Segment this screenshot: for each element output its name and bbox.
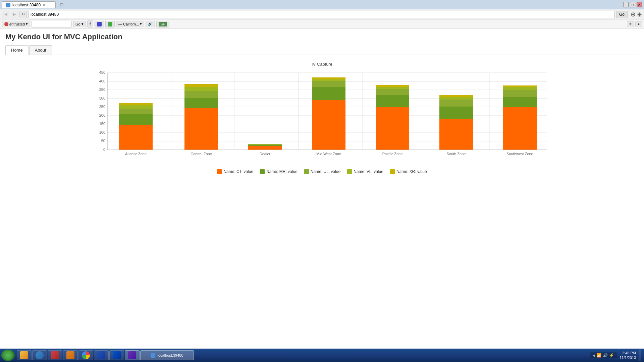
svg-text:400: 400 [99, 79, 105, 83]
bookmark-sp[interactable]: SP [156, 21, 169, 27]
bar-dealer-mr [248, 145, 282, 146]
entrusted-dropdown[interactable]: ▾ [26, 22, 28, 26]
refresh-button[interactable]: ↻ [19, 11, 27, 18]
bar-central-vl [184, 87, 218, 91]
california-dropdown[interactable]: ▾ [140, 22, 142, 26]
go-icon: Go [75, 22, 80, 26]
svg-text:350: 350 [99, 87, 105, 92]
window-controls: ─ □ ✕ [623, 2, 642, 7]
svg-text:0: 0 [103, 147, 105, 152]
tab-home[interactable]: Home [5, 45, 29, 55]
minimize-button[interactable]: ─ [623, 2, 629, 7]
bar-southwest-xr [503, 85, 537, 87]
bar-midwest-vl [312, 79, 345, 81]
bookmark-go[interactable]: Go ▾ [73, 21, 86, 27]
bookmark-audio[interactable]: 🔊 [146, 21, 155, 27]
bar-south-ct [439, 119, 473, 150]
tab-title: localhost:39480 [12, 3, 41, 7]
legend-label-vl: Name: VL: value [354, 169, 383, 174]
bar-dealer-ct [248, 146, 282, 150]
svg-text:Dealer: Dealer [260, 152, 271, 156]
bookmark-other1[interactable] [95, 21, 104, 27]
bar-midwest-ct [312, 100, 345, 150]
bar-midwest-ul [312, 81, 345, 87]
bar-pacific-ct [376, 107, 409, 150]
california-label: — Californ... [118, 22, 139, 26]
svg-text:Southwest Zone: Southwest Zone [506, 152, 533, 156]
legend-xr: Name: XR: value [390, 169, 427, 174]
bookmark-other2[interactable] [105, 21, 115, 27]
entrusted-icon [4, 22, 8, 26]
bar-south-mr [439, 107, 473, 119]
page-title: My Kendo UI for MVC Application [5, 33, 639, 41]
close-button[interactable]: ✕ [637, 2, 642, 7]
title-bar: localhost:39480 ✕ □ ─ □ ✕ [0, 0, 644, 9]
legend-swatch-vl [347, 169, 352, 174]
new-tab-button[interactable]: □ [58, 1, 65, 8]
bookmark-search[interactable] [32, 21, 72, 27]
legend-swatch-mr [260, 169, 265, 174]
nav-extra-icon2: ⊕ [637, 11, 642, 18]
legend-label-ct: Name: CT: value [223, 169, 253, 174]
title-bar-left: localhost:39480 ✕ □ [2, 1, 65, 8]
tab-about[interactable]: About [29, 45, 52, 55]
svg-text:50: 50 [101, 139, 105, 143]
bar-atlantic-xr [119, 103, 153, 105]
chart-container: IV Capture 0 50 10 [5, 62, 639, 174]
bookmarks-bar: entrusted ▾ Go ▾ f — Californ... ▾ 🔊 SP … [0, 19, 644, 29]
facebook-icon: f [90, 21, 91, 26]
bar-pacific-vl [376, 87, 409, 89]
legend-ct: Name: CT: value [217, 169, 253, 174]
maximize-button[interactable]: □ [630, 2, 635, 7]
chart-area: 0 50 100 150 200 250 300 350 400 450 [5, 69, 639, 167]
legend-vl: Name: VL: value [347, 169, 383, 174]
bar-midwest-xr [312, 77, 345, 79]
bar-atlantic-vl [119, 105, 153, 109]
chart-title: IV Capture [5, 62, 639, 67]
back-button[interactable]: ◀ [2, 11, 9, 18]
bar-dealer-vl [248, 144, 282, 144]
legend-swatch-ct [217, 169, 222, 174]
svg-text:300: 300 [99, 96, 105, 100]
svg-text:250: 250 [99, 105, 105, 109]
svg-text:100: 100 [99, 130, 105, 134]
page-content: My Kendo UI for MVC Application Home Abo… [0, 29, 644, 177]
bookmark-california[interactable]: — Californ... ▾ [116, 21, 144, 27]
bar-midwest-mr [312, 87, 345, 100]
svg-text:150: 150 [99, 122, 105, 126]
bar-pacific-ul [376, 89, 409, 95]
tab-favicon [6, 3, 10, 7]
bar-southwest-ct [503, 107, 537, 150]
other2-icon [108, 22, 112, 26]
bookmark-facebook[interactable]: f [87, 20, 93, 27]
go-button[interactable]: Go [616, 11, 628, 18]
bar-southwest-vl [503, 87, 537, 90]
legend-label-xr: Name: XR: value [396, 169, 427, 174]
nav-bar: ◀ ▶ ↻ Go ⊕ ⊕ [0, 9, 644, 19]
svg-text:200: 200 [99, 113, 105, 117]
bar-atlantic-ul [119, 109, 153, 114]
bar-south-ul [439, 100, 473, 107]
bar-southwest-ul [503, 90, 537, 97]
bar-central-ct [184, 108, 218, 150]
legend-mr: Name: MR: value [260, 169, 298, 174]
bar-south-xr [439, 95, 473, 97]
forward-button[interactable]: ▶ [11, 11, 18, 18]
bar-central-ul [184, 91, 218, 98]
go-dropdown[interactable]: ▾ [82, 22, 84, 26]
tab-close-button[interactable]: ✕ [43, 3, 45, 7]
browser-tab[interactable]: localhost:39480 ✕ [2, 1, 56, 8]
address-bar[interactable] [28, 11, 615, 18]
bookmark-settings[interactable]: ≡ [627, 21, 634, 27]
entrusted-label: entrusted [9, 22, 25, 26]
browser-chrome: localhost:39480 ✕ □ ─ □ ✕ ◀ ▶ ↻ Go ⊕ ⊕ e… [0, 0, 644, 29]
bar-south-vl [439, 97, 473, 100]
legend-label-ul: Name: UL: value [311, 169, 340, 174]
bookmark-plus[interactable]: + [635, 21, 642, 27]
bar-central-mr [184, 98, 218, 108]
svg-text:Central Zone: Central Zone [191, 152, 212, 156]
bar-pacific-xr [376, 85, 409, 87]
other1-icon [97, 22, 102, 26]
legend-swatch-ul [304, 169, 309, 174]
bookmark-entrusted[interactable]: entrusted ▾ [2, 21, 30, 27]
